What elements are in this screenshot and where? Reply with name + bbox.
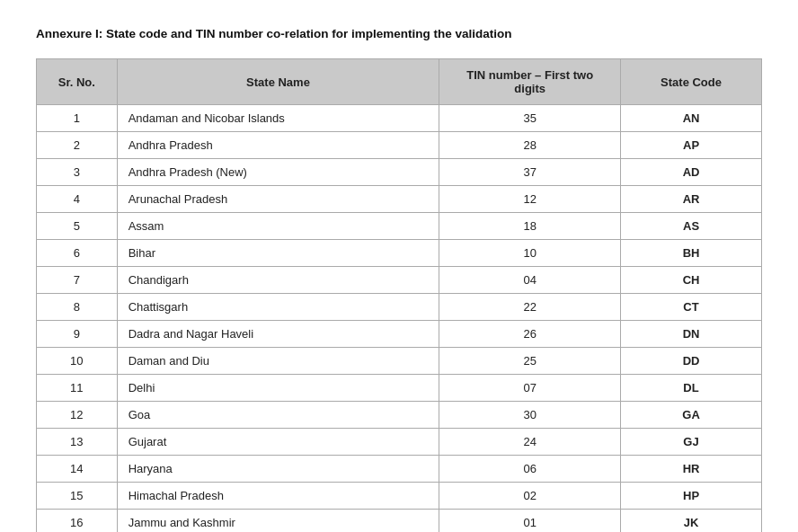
cell-sr-no: 2 [37,132,118,159]
cell-tin-number: 02 [439,483,621,510]
cell-tin-number: 01 [439,510,621,533]
table-header-row: Sr. No. State Name TIN number – First tw… [37,59,762,105]
cell-state-code: HP [621,483,762,510]
cell-sr-no: 1 [37,105,118,132]
cell-state-name: Andaman and Nicobar Islands [117,105,439,132]
table-row: 3Andhra Pradesh (New)37AD [37,159,762,186]
cell-sr-no: 6 [37,240,118,267]
cell-sr-no: 13 [37,429,118,456]
cell-state-code: AN [621,105,762,132]
cell-tin-number: 25 [439,348,621,375]
cell-tin-number: 07 [439,375,621,402]
cell-state-name: Delhi [117,375,439,402]
table-row: 8Chattisgarh22CT [37,294,762,321]
cell-tin-number: 12 [439,186,621,213]
cell-state-name: Himachal Pradesh [117,483,439,510]
cell-tin-number: 06 [439,456,621,483]
cell-state-name: Bihar [117,240,439,267]
cell-sr-no: 11 [37,375,118,402]
cell-state-name: Gujarat [117,429,439,456]
cell-state-name: Jammu and Kashmir [117,510,439,533]
cell-tin-number: 18 [439,213,621,240]
cell-tin-number: 35 [439,105,621,132]
cell-state-code: DN [621,321,762,348]
table-row: 1Andaman and Nicobar Islands35AN [37,105,762,132]
cell-state-name: Chandigarh [117,267,439,294]
cell-sr-no: 14 [37,456,118,483]
cell-state-code: AR [621,186,762,213]
table-row: 6Bihar10BH [37,240,762,267]
cell-state-code: JK [621,510,762,533]
cell-state-code: AP [621,132,762,159]
cell-state-code: DD [621,348,762,375]
cell-state-name: Dadra and Nagar Haveli [117,321,439,348]
cell-tin-number: 24 [439,429,621,456]
cell-state-code: CT [621,294,762,321]
table-row: 12Goa30GA [37,402,762,429]
cell-sr-no: 8 [37,294,118,321]
cell-tin-number: 26 [439,321,621,348]
cell-state-name: Chattisgarh [117,294,439,321]
cell-sr-no: 3 [37,159,118,186]
cell-tin-number: 04 [439,267,621,294]
cell-state-name: Goa [117,402,439,429]
cell-sr-no: 16 [37,510,118,533]
table-row: 16Jammu and Kashmir01JK [37,510,762,533]
table-row: 13Gujarat24GJ [37,429,762,456]
cell-state-code: CH [621,267,762,294]
table-row: 9Dadra and Nagar Haveli26DN [37,321,762,348]
cell-sr-no: 12 [37,402,118,429]
col-header-sr-no: Sr. No. [37,59,118,105]
cell-tin-number: 22 [439,294,621,321]
table-row: 4Arunachal Pradesh12AR [37,186,762,213]
cell-state-code: GA [621,402,762,429]
table-row: 5Assam18AS [37,213,762,240]
cell-sr-no: 7 [37,267,118,294]
table-row: 15Himachal Pradesh02HP [37,483,762,510]
table-row: 10Daman and Diu25DD [37,348,762,375]
cell-state-name: Andhra Pradesh (New) [117,159,439,186]
cell-sr-no: 10 [37,348,118,375]
cell-sr-no: 9 [37,321,118,348]
cell-sr-no: 4 [37,186,118,213]
cell-tin-number: 37 [439,159,621,186]
cell-sr-no: 5 [37,213,118,240]
cell-state-code: AD [621,159,762,186]
cell-state-name: Daman and Diu [117,348,439,375]
col-header-tin-number: TIN number – First two digits [439,59,621,105]
cell-sr-no: 15 [37,483,118,510]
cell-tin-number: 10 [439,240,621,267]
col-header-state-code: State Code [621,59,762,105]
page-title: Annexure I: State code and TIN number co… [36,27,762,40]
table-row: 2Andhra Pradesh28AP [37,132,762,159]
table-row: 7Chandigarh04CH [37,267,762,294]
cell-state-code: AS [621,213,762,240]
col-header-state-name: State Name [117,59,439,105]
cell-state-code: BH [621,240,762,267]
cell-state-code: GJ [621,429,762,456]
cell-state-name: Haryana [117,456,439,483]
cell-state-name: Assam [117,213,439,240]
cell-state-code: HR [621,456,762,483]
cell-state-name: Andhra Pradesh [117,132,439,159]
table-row: 11Delhi07DL [37,375,762,402]
cell-tin-number: 28 [439,132,621,159]
state-tin-table: Sr. No. State Name TIN number – First tw… [36,58,762,532]
cell-state-name: Arunachal Pradesh [117,186,439,213]
cell-state-code: DL [621,375,762,402]
table-row: 14Haryana06HR [37,456,762,483]
cell-tin-number: 30 [439,402,621,429]
